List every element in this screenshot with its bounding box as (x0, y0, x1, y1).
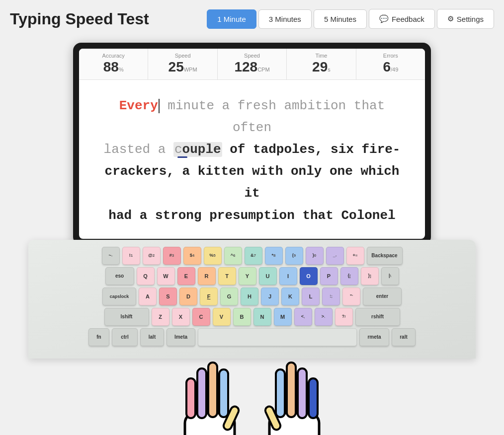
typing-line-1: Every minute a fresh ambition that often (99, 95, 405, 139)
svg-rect-8 (287, 362, 296, 417)
comment-icon: 💬 (379, 14, 389, 23)
key-7[interactable]: &7 (245, 247, 262, 265)
key-quote[interactable]: "' (342, 288, 360, 305)
key-k[interactable]: K (281, 288, 299, 305)
key-backspace[interactable]: Backspace (367, 247, 403, 265)
key-e[interactable]: E (177, 267, 195, 285)
btn-5min[interactable]: 5 Minutes (314, 9, 367, 29)
key-lshift[interactable]: lshift (104, 308, 149, 326)
stat-errors: Errors 6/49 (356, 49, 425, 79)
key-6[interactable]: ^6 (224, 247, 242, 265)
key-lbracket[interactable]: {[ (340, 267, 358, 285)
key-z[interactable]: Z (152, 308, 169, 326)
key-backslash[interactable]: |\ (381, 267, 399, 285)
key-v[interactable]: V (213, 308, 231, 326)
key-row-asdf: capslock A S D F G H J K L :; "' enter (36, 288, 468, 305)
key-o[interactable]: O (300, 267, 318, 285)
key-m[interactable]: M (274, 308, 292, 326)
key-tilde[interactable]: ~- (102, 247, 120, 265)
key-capslock[interactable]: capslock (102, 288, 136, 305)
key-lmeta[interactable]: lmeta (167, 328, 195, 346)
key-tab[interactable]: eso (105, 267, 134, 285)
key-equals[interactable]: += (346, 247, 364, 265)
left-hand (177, 349, 242, 435)
key-y[interactable]: Y (239, 267, 256, 285)
key-rmeta[interactable]: rmeta (359, 328, 389, 346)
key-rshift[interactable]: rshift (355, 308, 400, 326)
right-hand (262, 349, 327, 435)
key-h[interactable]: H (241, 288, 258, 305)
key-4[interactable]: $4 (183, 247, 201, 265)
key-ralt[interactable]: ralt (392, 328, 416, 346)
key-d[interactable]: D (179, 288, 197, 305)
key-comma[interactable]: <, (294, 308, 312, 326)
key-g[interactable]: G (220, 288, 238, 305)
key-enter[interactable]: enter (363, 288, 402, 305)
nav-buttons: 1 Minute 3 Minutes 5 Minutes 💬 Feedback … (207, 9, 494, 29)
settings-button[interactable]: ⚙ Settings (437, 9, 494, 29)
key-row-zxcv: lshift Z X C V B N M <, >. ?/ rshift (36, 308, 468, 326)
key-lalt[interactable]: lalt (140, 328, 164, 346)
hands-area (177, 349, 327, 435)
svg-rect-7 (276, 369, 285, 417)
key-1[interactable]: !1 (122, 247, 140, 265)
stat-speed: Speed 25WPM (148, 49, 217, 79)
svg-rect-4 (219, 369, 228, 417)
keyboard-area: ~- !1 @2 #3 $4 %5 ^6 &7 *8 (9 )0 _- += B… (28, 240, 476, 435)
typing-line-4: had a strong presumption that Colonel (99, 205, 405, 226)
typing-line-3: crackers, a kitten with only one which i… (99, 160, 405, 204)
key-u[interactable]: U (259, 267, 277, 285)
feedback-button[interactable]: 💬 Feedback (369, 9, 435, 29)
key-q[interactable]: Q (137, 267, 155, 285)
key-j[interactable]: J (261, 288, 279, 305)
svg-rect-2 (197, 368, 206, 418)
key-3[interactable]: #3 (163, 247, 181, 265)
key-n[interactable]: N (253, 308, 271, 326)
stat-accuracy: Accuracy 88% (79, 49, 148, 79)
gear-icon: ⚙ (447, 14, 454, 23)
cursor (159, 99, 160, 113)
key-p[interactable]: P (320, 267, 338, 285)
key-0[interactable]: )0 (306, 247, 324, 265)
key-b[interactable]: B (233, 308, 251, 326)
key-fn[interactable]: fn (88, 328, 109, 346)
key-9[interactable]: (9 (285, 247, 303, 265)
btn-3min[interactable]: 3 Minutes (258, 9, 312, 29)
stats-bar: Accuracy 88% Speed 25WPM Speed 128CPM (79, 49, 425, 80)
key-x[interactable]: X (172, 308, 190, 326)
typing-area[interactable]: Every minute a fresh ambition that often… (79, 80, 425, 239)
key-s[interactable]: S (159, 288, 177, 305)
word-couple: couple (173, 142, 222, 157)
key-slash[interactable]: ?/ (335, 308, 353, 326)
key-minus[interactable]: _- (326, 247, 344, 265)
key-semicolon[interactable]: :; (322, 288, 340, 305)
app-title: Typing Speed Test (10, 10, 201, 28)
key-rbracket[interactable]: }] (361, 267, 379, 285)
laptop-screen: Accuracy 88% Speed 25WPM Speed 128CPM (73, 43, 431, 245)
key-r[interactable]: R (198, 267, 216, 285)
svg-rect-1 (186, 378, 195, 418)
key-l[interactable]: L (302, 288, 320, 305)
keyboard: ~- !1 @2 #3 $4 %5 ^6 &7 *8 (9 )0 _- += B… (28, 240, 476, 359)
svg-rect-3 (208, 362, 217, 417)
typing-line-2: lasted a couple of tadpoles, six fire- (99, 139, 405, 160)
key-8[interactable]: *8 (265, 247, 283, 265)
main-content: Accuracy 88% Speed 25WPM Speed 128CPM (0, 38, 504, 435)
key-period[interactable]: >. (315, 308, 333, 326)
key-space[interactable] (198, 328, 357, 346)
svg-rect-9 (298, 368, 307, 418)
key-row-qwerty: eso Q W E R T Y U I O P {[ }] |\ (36, 267, 468, 285)
key-a[interactable]: A (139, 288, 157, 305)
btn-1min[interactable]: 1 Minute (207, 9, 256, 29)
key-ctrl[interactable]: ctrl (112, 328, 138, 346)
stat-time: Time 29s (287, 49, 356, 79)
key-f[interactable]: F (200, 288, 218, 305)
svg-rect-10 (309, 378, 318, 418)
key-c[interactable]: C (192, 308, 210, 326)
key-2[interactable]: @2 (143, 247, 161, 265)
key-w[interactable]: W (157, 267, 175, 285)
key-t[interactable]: T (218, 267, 236, 285)
key-row-bottom: fn ctrl lalt lmeta rmeta ralt (36, 328, 468, 346)
key-5[interactable]: %5 (204, 247, 222, 265)
key-i[interactable]: I (279, 267, 297, 285)
